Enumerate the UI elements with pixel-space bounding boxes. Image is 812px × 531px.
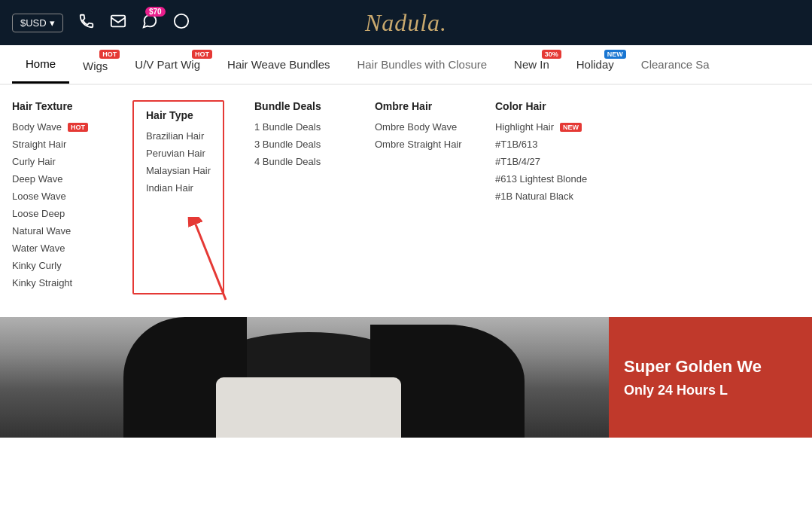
nav-item-hair-bundles-closure[interactable]: Hair Bundles with Closure xyxy=(344,45,501,84)
currency-label: $USD xyxy=(20,17,47,29)
color-hair-header: Color Hair xyxy=(495,100,587,112)
color-hair-col: Color Hair Highlight Hair NEW #T1B/613 #… xyxy=(495,100,587,294)
uv-hot-badge: HOT xyxy=(192,50,212,59)
site-logo[interactable]: Nadula. xyxy=(365,9,447,37)
hero-image xyxy=(0,317,617,438)
dropdown-item-kinky-straight[interactable]: Kinky Straight xyxy=(12,277,102,288)
bundle-deals-col: Bundle Deals 1 Bundle Deals 3 Bundle Dea… xyxy=(254,100,345,294)
chat-icon[interactable] xyxy=(173,13,190,33)
dropdown-item-t1b-4-27[interactable]: #T1B/4/27 xyxy=(495,156,587,167)
dropdown-menu: Hair Texture Body Wave HOT Straight Hair… xyxy=(0,84,812,317)
ombre-hair-col: Ombre Hair Ombre Body Wave Ombre Straigh… xyxy=(375,100,465,294)
dropdown-item-brazilian[interactable]: Brazilian Hair xyxy=(146,130,211,142)
hair-type-header: Hair Type xyxy=(146,109,211,121)
dropdown-item-straight-hair[interactable]: Straight Hair xyxy=(12,139,102,150)
hero-section: Super Golden We Only 24 Hours L xyxy=(0,317,812,438)
dropdown-item-1b-black[interactable]: #1B Natural Black xyxy=(495,191,587,202)
svg-line-3 xyxy=(196,224,226,300)
dropdown-item-4-bundle[interactable]: 4 Bundle Deals xyxy=(254,156,345,167)
body-wave-hot-badge: HOT xyxy=(68,123,88,132)
nav-item-holiday[interactable]: NEW Holiday xyxy=(563,45,628,84)
dropdown-item-natural-wave[interactable]: Natural Wave xyxy=(12,225,102,237)
dropdown-item-3-bundle[interactable]: 3 Bundle Deals xyxy=(254,139,345,150)
dropdown-item-water-wave[interactable]: Water Wave xyxy=(12,243,102,254)
annotation-arrow xyxy=(181,217,241,310)
nav-item-new-in[interactable]: 30% New In xyxy=(500,45,563,84)
nav-item-uv-part-wig[interactable]: HOT U/V Part Wig xyxy=(121,45,214,84)
nav-item-clearance[interactable]: Clearance Sa xyxy=(628,45,723,84)
dropdown-item-613-blonde[interactable]: #613 Lightest Blonde xyxy=(495,173,587,185)
nav-item-home[interactable]: Home xyxy=(12,45,69,84)
bundle-deals-header: Bundle Deals xyxy=(254,100,345,112)
highlight-new-badge: NEW xyxy=(560,123,582,132)
hero-title: Super Golden We xyxy=(624,357,797,377)
dropdown-item-body-wave[interactable]: Body Wave HOT xyxy=(12,121,102,133)
wigs-hot-badge: HOT xyxy=(99,50,120,59)
dropdown-item-deep-wave[interactable]: Deep Wave xyxy=(12,173,102,185)
top-bar: $USD ▾ $70 Nadula. xyxy=(0,0,812,45)
hero-text: Super Golden We Only 24 Hours L xyxy=(609,317,812,438)
phone-icon[interactable] xyxy=(78,13,95,33)
currency-button[interactable]: $USD ▾ xyxy=(12,14,63,32)
dropdown-item-loose-wave[interactable]: Loose Wave xyxy=(12,191,102,202)
holiday-new-badge: NEW xyxy=(604,50,626,59)
dropdown-item-ombre-straight[interactable]: Ombre Straight Hair xyxy=(375,139,465,150)
dropdown-item-t1b-613[interactable]: #T1B/613 xyxy=(495,139,587,150)
dropdown-item-malaysian[interactable]: Malaysian Hair xyxy=(146,165,211,176)
hero-subtitle: Only 24 Hours L xyxy=(624,383,797,398)
dropdown-item-highlight[interactable]: Highlight Hair NEW xyxy=(495,121,587,133)
dropdown-item-indian[interactable]: Indian Hair xyxy=(146,182,211,194)
ombre-hair-header: Ombre Hair xyxy=(375,100,465,112)
hair-texture-col: Hair Texture Body Wave HOT Straight Hair… xyxy=(12,100,102,294)
email-icon[interactable] xyxy=(110,13,126,33)
hair-texture-header: Hair Texture xyxy=(12,100,102,112)
currency-chevron: ▾ xyxy=(50,17,55,29)
nav-bar: Home HOT Wigs HOT U/V Part Wig Hair Weav… xyxy=(0,45,812,84)
new-in-pct-badge: 30% xyxy=(542,50,561,59)
dropdown-item-ombre-body[interactable]: Ombre Body Wave xyxy=(375,121,465,133)
svg-rect-0 xyxy=(111,15,125,26)
dropdown-item-curly-hair[interactable]: Curly Hair xyxy=(12,156,102,167)
nav-item-wigs[interactable]: HOT Wigs xyxy=(69,45,121,84)
dropdown-item-loose-deep[interactable]: Loose Deep xyxy=(12,208,102,219)
whatsapp-icon[interactable]: $70 xyxy=(141,13,158,33)
dropdown-item-kinky-curly[interactable]: Kinky Curly xyxy=(12,260,102,271)
top-icons: $70 xyxy=(78,13,190,33)
whatsapp-badge: $70 xyxy=(145,7,166,17)
nav-item-hair-weave-bundles[interactable]: Hair Weave Bundles xyxy=(214,45,343,84)
dropdown-item-1-bundle[interactable]: 1 Bundle Deals xyxy=(254,121,345,133)
dropdown-item-peruvian[interactable]: Peruvian Hair xyxy=(146,148,211,159)
